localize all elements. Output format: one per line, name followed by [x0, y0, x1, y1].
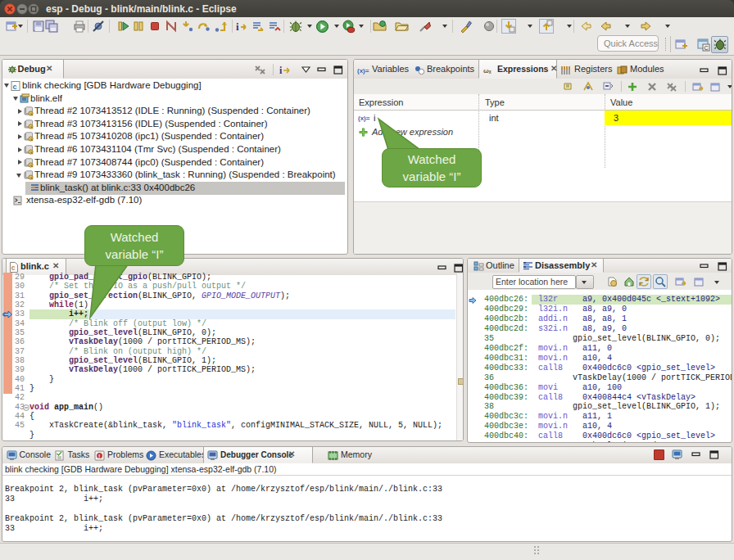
- svg-text:i: i: [236, 20, 239, 33]
- svg-text:C: C: [705, 45, 709, 51]
- svg-text:ωₓ: ωₓ: [483, 67, 492, 75]
- svg-text:i: i: [279, 65, 283, 75]
- svg-text:!: !: [98, 454, 100, 459]
- svg-text:(x)=: (x)=: [357, 67, 369, 75]
- svg-text:c: c: [11, 264, 16, 272]
- svg-text:c: c: [13, 83, 17, 91]
